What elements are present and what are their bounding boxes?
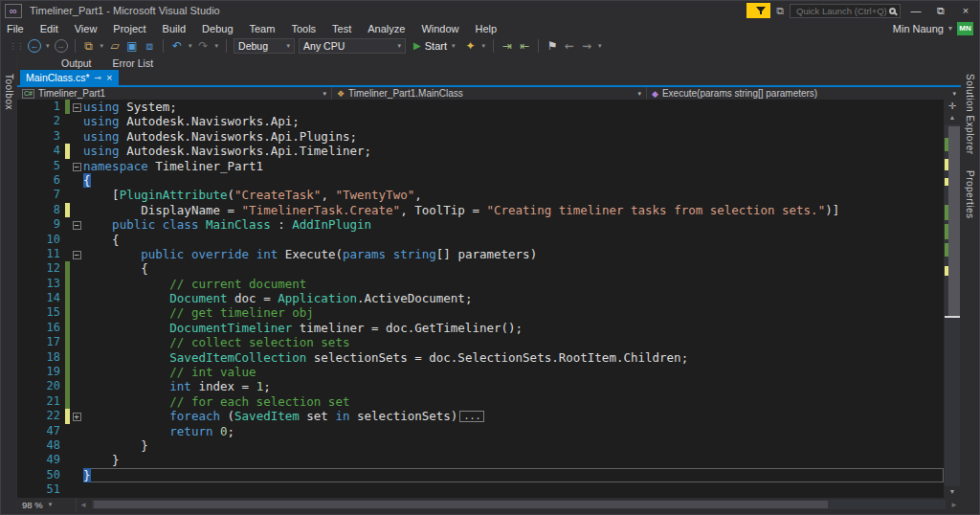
scroll-left-arrow[interactable]: ◄ [77,501,90,509]
panel-tab-properties[interactable]: Properties [965,170,975,219]
menu-item-test[interactable]: Test [332,23,351,34]
code-line-21[interactable]: 21 // for each selection set [17,394,944,409]
panel-tab-toolbox[interactable]: Toolbox [4,74,14,110]
close-tab-icon[interactable]: × [106,73,112,82]
menu-item-team[interactable]: Team [250,23,276,34]
horizontal-scrollbar-thumb[interactable] [94,501,828,508]
scroll-down-arrow[interactable]: ▼ [944,487,961,497]
code-line-49[interactable]: 49 } [17,453,944,467]
feedback-icon[interactable]: ⧉ [776,5,784,17]
code-line-22[interactable]: 22+ foreach (SavedItem set in selectionS… [17,409,944,423]
platform-select[interactable]: Any CPU▾ [299,38,406,54]
menu-item-help[interactable]: Help [476,23,498,34]
nav-forward-icon[interactable]: → [55,39,68,53]
code-line-6[interactable]: 6{ [17,173,944,188]
undo-icon[interactable]: ↶ [170,39,184,53]
code-line-1[interactable]: 1−using System; [17,100,944,114]
save-all-icon[interactable]: ⧈ [143,39,156,53]
code-line-20[interactable]: 20 int index = 1; [17,379,944,393]
menu-item-view[interactable]: View [75,23,98,34]
scrollbar-thumb[interactable] [948,126,960,318]
code-line-9[interactable]: 9− public class MainClass : AddInPlugin [17,217,944,232]
menu-item-window[interactable]: Window [421,23,458,34]
code-line-47[interactable]: 47 return 0; [17,424,944,438]
panel-tab-solution-explorer[interactable]: Solution Explorer [965,74,975,155]
pin-icon[interactable]: ⊸ [95,73,102,82]
collapse-region-icon[interactable]: − [73,103,81,112]
code-line-2[interactable]: 2using Autodesk.Navisworks.Api; [17,114,944,128]
code-line-16[interactable]: 16 DocumentTimeliner timeliner = doc.Get… [17,321,944,335]
expand-region-icon[interactable]: + [73,413,81,421]
dropdown-caret-icon[interactable]: ▾ [597,42,603,50]
previous-bookmark-icon[interactable]: ⇜ [563,39,576,53]
outline-margin[interactable]: − [70,159,83,173]
code-line-4[interactable]: 4using Autodesk.Navisworks.Api.Timeliner… [17,144,944,158]
horizontal-scrollbar[interactable] [92,500,946,509]
outline-margin[interactable]: − [70,217,83,232]
uncomment-icon[interactable]: ⇤ [518,39,531,53]
scrollbar-track[interactable] [945,124,960,486]
code-editor[interactable]: 1−using System;2using Autodesk.Naviswork… [17,100,961,498]
outline-margin[interactable]: − [70,100,83,114]
attach-to-process-icon[interactable]: ✦ [464,39,478,53]
avatar[interactable]: MN [957,22,973,35]
debug-config-select[interactable]: Debug▾ [234,38,295,54]
code-line-10[interactable]: 10 { [17,233,944,247]
menu-item-tools[interactable]: Tools [291,23,316,34]
menu-item-project[interactable]: Project [113,23,145,34]
dropdown-caret-icon[interactable]: ▾ [45,42,51,50]
menu-item-edit[interactable]: Edit [40,23,58,34]
minimize-button[interactable]: — [906,5,925,16]
method-dropdown[interactable]: ◆ Execute(params string[] parameters) ▾ [647,87,961,100]
quick-launch-input[interactable] [794,5,889,17]
code-line-51[interactable]: 51 [17,482,944,497]
vertical-scrollbar[interactable]: ✛ ▲ ▼ [944,100,961,498]
tab-mainclass-cs[interactable]: MainClass.cs* ⊸ × [20,70,119,85]
collapse-region-icon[interactable]: − [73,251,81,259]
code-line-8[interactable]: 8 DisplayName = "TimelinerTask.Create", … [17,203,944,217]
restore-button[interactable]: ⧉ [931,5,950,17]
code-line-15[interactable]: 15 // get timeliner obj [17,305,944,320]
dropdown-caret-icon[interactable]: ▾ [214,42,220,50]
outline-margin[interactable]: + [70,409,83,423]
split-editor-handle[interactable]: ✛ [944,101,961,112]
code-lines[interactable]: 1−using System;2using Autodesk.Naviswork… [17,100,944,498]
code-line-13[interactable]: 13 // current document [17,277,944,291]
menu-item-build[interactable]: Build [163,23,186,34]
code-line-48[interactable]: 48 } [17,438,944,453]
tab-error-list[interactable]: Error List [113,57,154,69]
code-line-11[interactable]: 11− public override int Execute(params s… [17,247,944,261]
comment-out-icon[interactable]: ⇥ [501,39,514,53]
menu-item-analyze[interactable]: Analyze [368,23,405,34]
code-line-7[interactable]: 7 [PluginAttribute("CreateTask", "Twenty… [17,188,944,202]
code-line-17[interactable]: 17 // collect selection sets [17,335,944,349]
class-dropdown[interactable]: ❖ Timeliner_Part1.MainClass ▾ [332,87,647,100]
redo-icon[interactable]: ↷ [197,39,211,53]
close-button[interactable]: × [956,5,975,16]
code-line-14[interactable]: 14 Document doc = Application.ActiveDocu… [17,291,944,305]
code-line-19[interactable]: 19 // int value [17,365,944,379]
next-bookmark-icon[interactable]: ⇝ [580,39,593,53]
zoom-control[interactable]: 98 % ▾ [17,498,77,511]
collapsed-region-box[interactable]: ... [459,411,484,422]
code-line-3[interactable]: 3using Autodesk.Navisworks.Api.Plugins; [17,129,944,144]
user-account-area[interactable]: Min Naung ▾ MN [893,22,973,35]
scroll-right-arrow[interactable]: ► [947,501,961,509]
tab-output[interactable]: Output [61,57,92,69]
collapse-region-icon[interactable]: − [73,221,81,230]
code-line-5[interactable]: 5−namespace Timeliner_Part1 [17,159,944,173]
menu-item-debug[interactable]: Debug [202,23,233,34]
open-file-icon[interactable]: ▱ [108,39,122,53]
new-project-icon[interactable]: ⧉ [82,39,96,53]
dropdown-caret-icon[interactable]: ▾ [100,42,105,50]
save-icon[interactable]: ▣ [125,39,139,53]
bookmark-icon[interactable]: ⚑ [546,39,559,53]
dropdown-caret-icon[interactable]: ▾ [188,42,193,50]
code-line-12[interactable]: 12 { [17,261,944,276]
outline-margin[interactable]: − [70,247,83,261]
collapse-region-icon[interactable]: − [73,163,81,171]
code-line-18[interactable]: 18 SavedItemCollection selectionSets = d… [17,350,944,365]
code-line-50[interactable]: 50} [17,468,944,482]
dropdown-caret-icon[interactable]: ▾ [481,42,487,50]
nav-back-icon[interactable]: ← [28,39,41,53]
